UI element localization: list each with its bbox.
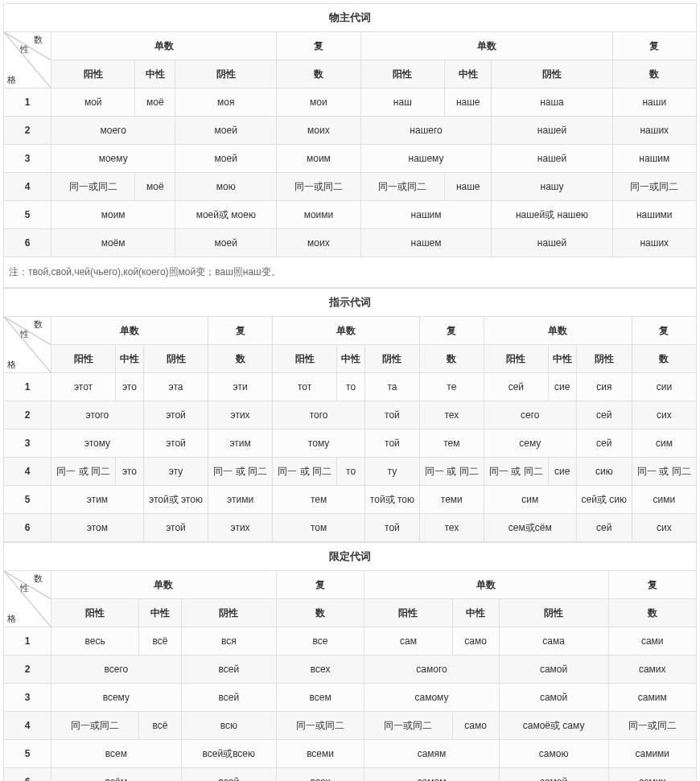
diag-header: 数性格 <box>4 571 51 627</box>
table3-title: 限定代词 <box>4 543 697 571</box>
hdr-fem: 阴性 <box>492 60 612 88</box>
table-row: 2 моего моей моих нашего нашей наших <box>4 117 697 145</box>
table-row: 5 этимэтой或 этоюэтими темтой或 тоютеми си… <box>4 486 697 514</box>
table-row: 5 моим моей或 моею моими нашим нашей或 наш… <box>4 201 697 229</box>
hdr-masc: 阳性 <box>360 60 444 88</box>
table-row: 6 этомэтойэтих томтойтех сем或сёмсейсих <box>4 514 697 542</box>
table-row: 1 этотэтоэтаэти тоттотате сейсиесиясии <box>4 373 697 401</box>
table-row: 1 мой моё моя мои наш наше наша наши <box>4 88 697 117</box>
hdr-plural-bot: 数 <box>612 60 696 88</box>
table-row: 4 同一或同二всёвсю同一或同二 同一或同二самосамоё或 саму同… <box>4 712 697 740</box>
table-row: 6 моём моей моих нашем нашей наших <box>4 229 697 257</box>
demonstrative-pronoun-table: 指示代词 数性格 单数 复 单数 复 单数 复 阳性中性阴性数 阳性中性阴性数 … <box>3 288 697 542</box>
table-row: 3 моему моей моим нашему нашей нашим <box>4 145 697 173</box>
table-row: 3 этомуэтойэтим томутойтем семусейсим <box>4 430 697 458</box>
hdr-masc: 阳性 <box>51 60 135 88</box>
hdr-plural-top: 复 <box>277 32 360 60</box>
table-row: 2 этогоэтойэтих тоготойтех сегосейсих <box>4 401 697 430</box>
definitive-pronoun-table: 限定代词 数性格 单数 复 单数 复 阳性中性阴性数 阳性中性阴性数 1 вес… <box>3 542 697 781</box>
hdr-neut: 中性 <box>445 60 492 88</box>
table-row: 5 всемвсей或всеювсеми самямсамоюсамими <box>4 740 697 768</box>
table-row: 4 同一 或 同二этоэту同一 或 同二 同一 或 同二тоту同一 或 同… <box>4 458 697 486</box>
possessive-pronoun-table: 物主代词 数性格 单数 复 单数 复 阳性 中性 阴性 数 阳性 中性 阴性 数… <box>3 3 697 257</box>
table-row: 6 всёмвсейвсех самомсамойсамих <box>4 768 697 782</box>
hdr-singular: 单数 <box>360 32 612 60</box>
table1-note: 注：твой,свой,чей(чьего),кой(коего)照мой变；в… <box>3 257 697 288</box>
diag-header: 数性格 <box>4 32 51 88</box>
table-row: 2 всеговсейвсех самогосамойсамих <box>4 656 697 684</box>
table-row: 4 同一或同二 моё мою 同一或同二 同一或同二 наше нашу 同一… <box>4 173 697 201</box>
hdr-plural-bot: 数 <box>277 60 360 88</box>
hdr-neut: 中性 <box>135 60 175 88</box>
table2-title: 指示代词 <box>4 289 697 317</box>
table1-title: 物主代词 <box>4 4 697 32</box>
hdr-singular: 单数 <box>51 32 277 60</box>
table-row: 3 всемувсейвсем самомусамойсамим <box>4 684 697 712</box>
diag-header: 数性格 <box>4 317 51 373</box>
hdr-plural-top: 复 <box>612 32 696 60</box>
hdr-fem: 阴性 <box>175 60 277 88</box>
table-row: 1 весьвсёвсявсе самсамосамасами <box>4 627 697 656</box>
